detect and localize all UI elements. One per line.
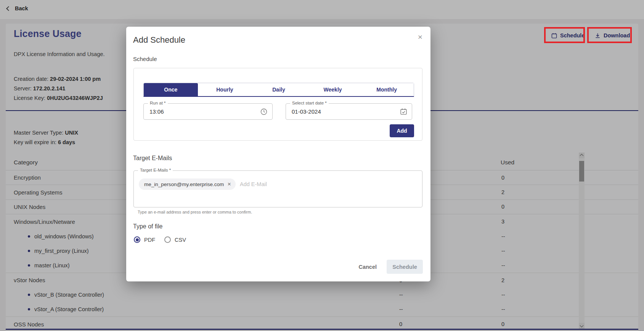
radio-csv-label: CSV [175, 237, 186, 243]
close-icon[interactable]: × [415, 32, 425, 42]
radio-unselected-icon [164, 236, 171, 243]
modal-footer: Cancel Schedule [358, 260, 423, 274]
target-emails-label: Target E-Mails * [138, 168, 173, 172]
tab-daily[interactable]: Daily [252, 83, 306, 96]
tab-hourly[interactable]: Hourly [198, 83, 252, 96]
tab-once[interactable]: Once [144, 83, 198, 96]
target-emails-field[interactable]: Target E-Mails * me_in_person@my.enterpr… [133, 170, 422, 207]
add-schedule-modal: Add Schedule × Schedule Once Hourly Dail… [126, 27, 430, 281]
start-date-label: Select start date * [290, 101, 329, 105]
file-type-section-label: Type of file [133, 223, 162, 230]
target-emails-section-label: Target E-Mails [133, 155, 172, 162]
schedule-submit-button[interactable]: Schedule [387, 260, 423, 274]
tab-weekly[interactable]: Weekly [306, 83, 360, 96]
radio-pdf-label: PDF [144, 237, 155, 243]
email-chip-text: me_in_person@my.enterprise.com [144, 182, 224, 187]
calendar-check-icon[interactable] [400, 108, 407, 117]
file-type-radios: PDF CSV [134, 236, 186, 243]
clock-icon[interactable] [260, 108, 268, 117]
run-at-field[interactable]: Run at * 13:06 [143, 103, 273, 120]
radio-selected-icon [134, 236, 140, 243]
run-at-value[interactable]: 13:06 [149, 108, 164, 115]
start-date-value[interactable]: 01-03-2024 [292, 108, 321, 115]
schedule-box: Once Hourly Daily Weekly Monthly Run at … [133, 68, 422, 141]
modal-title: Add Schedule [133, 35, 185, 45]
schedule-section-label: Schedule [133, 56, 157, 62]
add-schedule-entry-button[interactable]: Add [390, 124, 414, 137]
radio-csv[interactable]: CSV [164, 236, 186, 243]
remove-email-icon[interactable]: ✕ [227, 182, 231, 187]
cancel-button[interactable]: Cancel [358, 264, 377, 270]
radio-pdf[interactable]: PDF [134, 236, 155, 243]
run-at-label: Run at * [148, 101, 168, 105]
frequency-tabs: Once Hourly Daily Weekly Monthly [143, 83, 414, 97]
email-helper-text: Type an e-mail address and press enter o… [138, 210, 252, 214]
start-date-field[interactable]: Select start date * 01-03-2024 [286, 103, 412, 120]
email-chip: me_in_person@my.enterprise.com ✕ [139, 178, 236, 190]
add-email-input[interactable] [240, 179, 354, 190]
tab-monthly[interactable]: Monthly [360, 83, 414, 96]
